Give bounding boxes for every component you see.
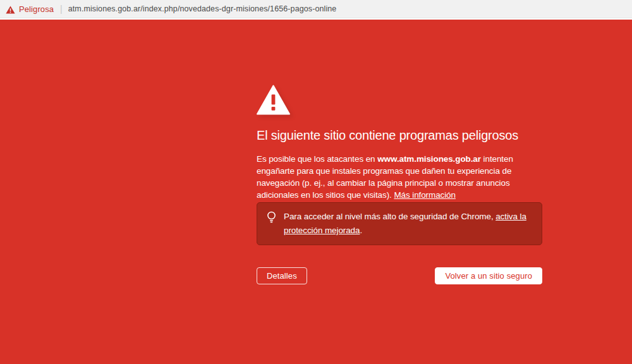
attacker-domain: www.atm.misiones.gob.ar — [377, 154, 481, 164]
action-buttons-row: Detalles Volver a un sitio seguro — [257, 267, 542, 284]
enhanced-protection-box: Para acceder al nivel más alto de seguri… — [257, 202, 542, 245]
security-chip-label[interactable]: Peligrosa — [19, 4, 54, 14]
url-text[interactable]: atm.misiones.gob.ar/index.php/novedades-… — [68, 4, 337, 13]
page-title: El siguiente sitio contiene programas pe… — [257, 128, 518, 143]
description-text-before-domain: Es posible que los atacantes en — [257, 154, 377, 164]
warning-triangle-icon — [257, 85, 290, 115]
security-warning-icon[interactable] — [6, 5, 15, 13]
promo-text-after-link: . — [360, 226, 362, 235]
enhanced-protection-text: Para acceder al nivel más alto de seguri… — [284, 210, 533, 238]
back-to-safety-button[interactable]: Volver a un sitio seguro — [435, 267, 542, 284]
details-button[interactable]: Detalles — [257, 267, 307, 284]
dangerous-site-warning-page: El siguiente sitio contiene programas pe… — [0, 20, 632, 364]
lightbulb-icon — [267, 211, 276, 224]
warning-description: Es posible que los atacantes en www.atm.… — [257, 153, 542, 201]
browser-address-bar[interactable]: Peligrosa | atm.misiones.gob.ar/index.ph… — [0, 0, 632, 18]
address-bar-separator: | — [60, 4, 63, 14]
promo-text-before-link: Para acceder al nivel más alto de seguri… — [284, 212, 495, 221]
learn-more-link[interactable]: Más información — [394, 190, 456, 200]
